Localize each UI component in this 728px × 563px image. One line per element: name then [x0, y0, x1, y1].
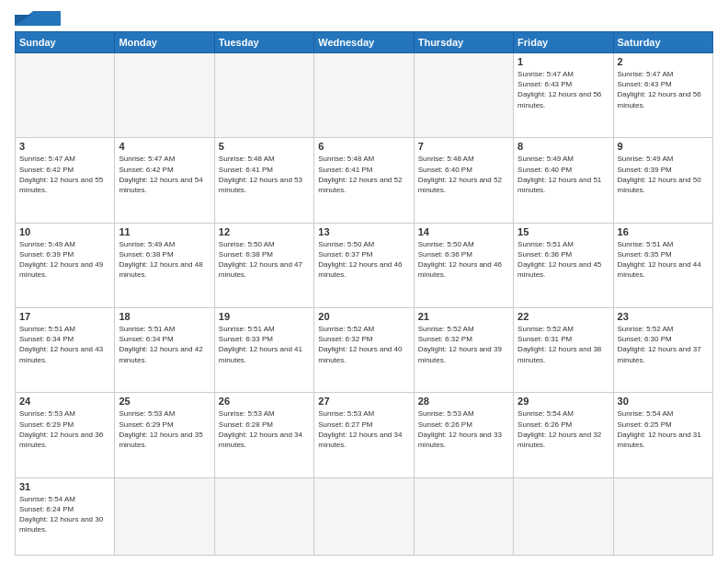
calendar-day-cell: 1Sunrise: 5:47 AMSunset: 6:43 PMDaylight… [514, 53, 613, 138]
calendar-day-cell: 9Sunrise: 5:49 AMSunset: 6:39 PMDaylight… [613, 138, 712, 223]
calendar-day-cell: 7Sunrise: 5:48 AMSunset: 6:40 PMDaylight… [414, 138, 513, 223]
day-number: 27 [318, 396, 409, 407]
calendar-day-cell [314, 53, 414, 138]
day-number: 31 [19, 481, 110, 492]
calendar-day-cell [115, 477, 214, 555]
day-info: Sunrise: 5:47 AMSunset: 6:43 PMDaylight:… [518, 69, 609, 110]
calendar-day-cell: 4Sunrise: 5:47 AMSunset: 6:42 PMDaylight… [115, 138, 214, 223]
calendar-day-cell [16, 53, 115, 138]
calendar-day-cell: 25Sunrise: 5:53 AMSunset: 6:29 PMDayligh… [115, 393, 214, 477]
calendar-day-cell: 10Sunrise: 5:49 AMSunset: 6:39 PMDayligh… [16, 223, 115, 307]
day-number: 29 [518, 396, 609, 407]
calendar-day-cell: 3Sunrise: 5:47 AMSunset: 6:42 PMDaylight… [16, 138, 115, 223]
day-number: 21 [418, 311, 509, 322]
day-info: Sunrise: 5:49 AMSunset: 6:40 PMDaylight:… [518, 154, 609, 195]
calendar-day-cell [613, 477, 712, 555]
calendar-day-cell [314, 477, 414, 555]
day-info: Sunrise: 5:54 AMSunset: 6:26 PMDaylight:… [518, 408, 609, 450]
calendar-day-cell: 14Sunrise: 5:50 AMSunset: 6:36 PMDayligh… [414, 223, 513, 307]
day-number: 1 [518, 56, 609, 67]
day-info: Sunrise: 5:52 AMSunset: 6:32 PMDaylight:… [418, 324, 509, 365]
calendar-week-row: 10Sunrise: 5:49 AMSunset: 6:39 PMDayligh… [16, 223, 713, 307]
logo-shape-icon [15, 11, 61, 26]
day-info: Sunrise: 5:49 AMSunset: 6:38 PMDaylight:… [119, 239, 210, 281]
day-number: 18 [119, 311, 210, 322]
day-number: 30 [618, 396, 709, 407]
calendar-day-cell: 26Sunrise: 5:53 AMSunset: 6:28 PMDayligh… [214, 393, 313, 477]
weekday-header-tuesday: Tuesday [214, 32, 313, 53]
calendar-day-cell: 20Sunrise: 5:52 AMSunset: 6:32 PMDayligh… [314, 307, 414, 392]
day-info: Sunrise: 5:47 AMSunset: 6:42 PMDaylight:… [119, 154, 210, 195]
logo [15, 11, 61, 26]
day-number: 3 [19, 141, 110, 152]
day-info: Sunrise: 5:50 AMSunset: 6:37 PMDaylight:… [318, 239, 409, 281]
calendar-day-cell [115, 53, 214, 138]
day-number: 16 [618, 226, 709, 237]
day-info: Sunrise: 5:51 AMSunset: 6:35 PMDaylight:… [618, 239, 709, 281]
day-number: 22 [518, 311, 609, 322]
calendar-day-cell: 5Sunrise: 5:48 AMSunset: 6:41 PMDaylight… [214, 138, 313, 223]
weekday-header-thursday: Thursday [414, 32, 513, 53]
day-number: 19 [219, 311, 310, 322]
day-info: Sunrise: 5:47 AMSunset: 6:43 PMDaylight:… [618, 69, 709, 110]
day-number: 28 [418, 396, 509, 407]
calendar-day-cell: 18Sunrise: 5:51 AMSunset: 6:34 PMDayligh… [115, 307, 214, 392]
day-info: Sunrise: 5:48 AMSunset: 6:41 PMDaylight:… [318, 154, 409, 195]
day-number: 11 [119, 226, 210, 237]
calendar-day-cell [214, 477, 313, 555]
calendar-day-cell: 8Sunrise: 5:49 AMSunset: 6:40 PMDaylight… [514, 138, 613, 223]
calendar-week-row: 31Sunrise: 5:54 AMSunset: 6:24 PMDayligh… [16, 477, 713, 555]
day-info: Sunrise: 5:51 AMSunset: 6:36 PMDaylight:… [518, 239, 609, 281]
day-number: 5 [219, 141, 310, 152]
day-info: Sunrise: 5:51 AMSunset: 6:33 PMDaylight:… [219, 324, 310, 365]
calendar-day-cell: 19Sunrise: 5:51 AMSunset: 6:33 PMDayligh… [214, 307, 313, 392]
day-info: Sunrise: 5:52 AMSunset: 6:32 PMDaylight:… [318, 324, 409, 365]
weekday-header-sunday: Sunday [16, 32, 115, 53]
day-number: 14 [418, 226, 509, 237]
calendar-day-cell [514, 477, 613, 555]
calendar-day-cell: 28Sunrise: 5:53 AMSunset: 6:26 PMDayligh… [414, 393, 513, 477]
weekday-header-wednesday: Wednesday [314, 32, 414, 53]
calendar-day-cell: 2Sunrise: 5:47 AMSunset: 6:43 PMDaylight… [613, 53, 712, 138]
day-info: Sunrise: 5:52 AMSunset: 6:30 PMDaylight:… [618, 324, 709, 365]
calendar-week-row: 1Sunrise: 5:47 AMSunset: 6:43 PMDaylight… [16, 53, 713, 138]
calendar-week-row: 17Sunrise: 5:51 AMSunset: 6:34 PMDayligh… [16, 307, 713, 392]
calendar-day-cell: 29Sunrise: 5:54 AMSunset: 6:26 PMDayligh… [514, 393, 613, 477]
day-info: Sunrise: 5:53 AMSunset: 6:29 PMDaylight:… [119, 408, 210, 450]
day-number: 17 [19, 311, 110, 322]
day-number: 23 [618, 311, 709, 322]
calendar-day-cell [414, 53, 513, 138]
day-number: 13 [318, 226, 409, 237]
day-info: Sunrise: 5:48 AMSunset: 6:40 PMDaylight:… [418, 154, 509, 195]
calendar-day-cell: 23Sunrise: 5:52 AMSunset: 6:30 PMDayligh… [613, 307, 712, 392]
page: SundayMondayTuesdayWednesdayThursdayFrid… [0, 0, 728, 563]
calendar-day-cell [414, 477, 513, 555]
day-info: Sunrise: 5:50 AMSunset: 6:36 PMDaylight:… [418, 239, 509, 281]
calendar-day-cell: 31Sunrise: 5:54 AMSunset: 6:24 PMDayligh… [16, 477, 115, 555]
day-number: 6 [318, 141, 409, 152]
day-number: 26 [219, 396, 310, 407]
day-number: 25 [119, 396, 210, 407]
day-info: Sunrise: 5:52 AMSunset: 6:31 PMDaylight:… [518, 324, 609, 365]
calendar-day-cell: 21Sunrise: 5:52 AMSunset: 6:32 PMDayligh… [414, 307, 513, 392]
day-number: 24 [19, 396, 110, 407]
calendar-day-cell: 27Sunrise: 5:53 AMSunset: 6:27 PMDayligh… [314, 393, 414, 477]
day-info: Sunrise: 5:53 AMSunset: 6:28 PMDaylight:… [219, 408, 310, 450]
calendar-day-cell: 22Sunrise: 5:52 AMSunset: 6:31 PMDayligh… [514, 307, 613, 392]
header [15, 11, 713, 26]
day-info: Sunrise: 5:54 AMSunset: 6:25 PMDaylight:… [618, 408, 709, 450]
calendar-day-cell: 11Sunrise: 5:49 AMSunset: 6:38 PMDayligh… [115, 223, 214, 307]
day-number: 4 [119, 141, 210, 152]
weekday-header-saturday: Saturday [613, 32, 712, 53]
day-number: 15 [518, 226, 609, 237]
calendar-day-cell: 15Sunrise: 5:51 AMSunset: 6:36 PMDayligh… [514, 223, 613, 307]
calendar-day-cell: 17Sunrise: 5:51 AMSunset: 6:34 PMDayligh… [16, 307, 115, 392]
weekday-header-monday: Monday [115, 32, 214, 53]
calendar-week-row: 3Sunrise: 5:47 AMSunset: 6:42 PMDaylight… [16, 138, 713, 223]
day-info: Sunrise: 5:48 AMSunset: 6:41 PMDaylight:… [219, 154, 310, 195]
calendar-day-cell: 6Sunrise: 5:48 AMSunset: 6:41 PMDaylight… [314, 138, 414, 223]
day-number: 8 [518, 141, 609, 152]
calendar-table: SundayMondayTuesdayWednesdayThursdayFrid… [15, 31, 713, 556]
day-info: Sunrise: 5:53 AMSunset: 6:27 PMDaylight:… [318, 408, 409, 450]
calendar-day-cell: 24Sunrise: 5:53 AMSunset: 6:29 PMDayligh… [16, 393, 115, 477]
